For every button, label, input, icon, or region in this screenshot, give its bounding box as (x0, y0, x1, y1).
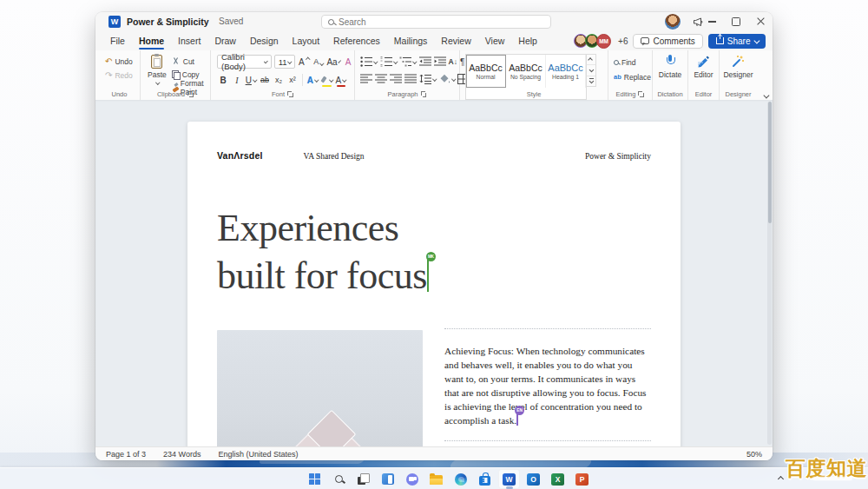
font-family-combo[interactable]: Calibri (Body) (217, 55, 272, 69)
dictate-button[interactable]: Dictate (659, 55, 681, 79)
cursor-badge-en: EN (515, 406, 524, 415)
chevron-down-icon (451, 77, 456, 82)
word-count[interactable]: 234 Words (163, 450, 201, 459)
italic-button[interactable]: I (231, 73, 243, 87)
edge-button[interactable] (450, 469, 471, 489)
redo-button[interactable]: ↷ Redo (105, 69, 140, 81)
align-left-button[interactable] (360, 74, 372, 84)
clear-formatting-button[interactable]: A (342, 55, 354, 69)
cut-button[interactable]: Cut (172, 56, 210, 67)
underline-button[interactable]: U (245, 73, 257, 87)
page-indicator[interactable]: Page 1 of 3 (106, 450, 146, 459)
maximize-button[interactable] (724, 12, 748, 31)
excel-taskbar-button[interactable]: X (547, 469, 569, 489)
tab-draw[interactable]: Draw (207, 31, 243, 50)
tab-mailings[interactable]: Mailings (387, 31, 435, 50)
tab-insert[interactable]: Insert (171, 31, 207, 50)
tab-layout[interactable]: Layout (286, 31, 327, 50)
minimize-button[interactable] (700, 12, 724, 31)
body-paragraph[interactable]: Achieving Focus: When technology communi… (444, 344, 651, 428)
align-center-button[interactable] (375, 74, 387, 84)
dialog-launcher-icon[interactable] (287, 91, 293, 97)
justify-button[interactable] (404, 74, 417, 84)
search-bar[interactable] (321, 15, 551, 29)
text-effects-button[interactable]: A (306, 73, 319, 87)
font-size-combo[interactable]: 11 (274, 55, 295, 69)
style-normal[interactable]: AaBbCc Normal (466, 55, 506, 88)
microsoft-store-button[interactable] (474, 469, 496, 489)
sort-button[interactable]: A↓ (449, 57, 457, 66)
tab-home[interactable]: Home (132, 31, 171, 50)
search-input[interactable] (339, 17, 512, 27)
shrink-font-button[interactable]: A (312, 55, 325, 69)
style-gallery-up-button[interactable] (587, 55, 595, 65)
line-spacing-button[interactable] (419, 74, 437, 84)
undo-button[interactable]: ↶ Undo (105, 56, 140, 67)
word-window: W Power & Simplicity Saved File Home Ins… (95, 12, 773, 460)
style-gallery-more-button[interactable] (587, 76, 595, 86)
change-case-button[interactable]: Aa (327, 55, 339, 69)
style-gallery-down-button[interactable] (587, 65, 595, 76)
teams-chat-button[interactable] (401, 469, 423, 489)
grow-font-button[interactable]: A (298, 55, 310, 69)
increase-indent-button[interactable] (434, 56, 446, 67)
word-taskbar-button[interactable]: W (498, 469, 520, 489)
widgets-button[interactable] (377, 469, 398, 489)
outlook-taskbar-button[interactable]: O (523, 469, 544, 489)
start-button[interactable] (304, 469, 326, 489)
share-button[interactable]: Share (708, 34, 766, 49)
superscript-button[interactable]: x² (286, 73, 299, 87)
subscript-button[interactable]: x₂ (273, 73, 285, 87)
strikethrough-button[interactable]: ab (259, 73, 271, 87)
collaborator-avatar-mm[interactable]: MM (596, 34, 611, 49)
highlight-button[interactable] (320, 73, 333, 87)
designer-button[interactable]: Designer (723, 55, 753, 79)
watermark-subtext (812, 477, 852, 480)
style-heading-1[interactable]: AaBbCc Heading 1 (546, 55, 586, 88)
taskbar-search-button[interactable] (328, 469, 350, 489)
taskbar: W O X P (0, 467, 868, 489)
tab-help[interactable]: Help (511, 31, 544, 50)
tab-references[interactable]: References (326, 31, 387, 50)
comments-button[interactable]: Comments (633, 34, 702, 49)
highlighter-icon (320, 76, 328, 84)
tab-design[interactable]: Design (243, 31, 286, 50)
dialog-launcher-icon[interactable] (638, 91, 644, 97)
powerpoint-taskbar-button[interactable]: P (571, 469, 593, 489)
vertical-scrollbar[interactable] (767, 102, 772, 445)
replace-button[interactable]: ab Replace (614, 71, 652, 83)
decrease-indent-button[interactable] (419, 56, 431, 67)
font-color-button[interactable]: A (335, 73, 347, 87)
document-heading[interactable]: Experiences built for focusMK (217, 204, 430, 300)
style-no-spacing[interactable]: AaBbCc No Spacing (506, 55, 546, 88)
align-right-button[interactable] (390, 74, 402, 84)
collaborator-overflow-count[interactable]: +6 (618, 36, 628, 46)
save-status[interactable]: Saved (219, 17, 243, 26)
bullet-list-button[interactable] (360, 56, 378, 67)
document-header: VanΛrsdel VA Shared Design Power & Simpl… (217, 150, 651, 161)
tab-review[interactable]: Review (434, 31, 477, 50)
bold-button[interactable]: B (217, 73, 229, 87)
editor-button[interactable]: Editor (694, 55, 713, 79)
dialog-launcher-icon[interactable] (187, 91, 194, 97)
close-button[interactable] (748, 12, 773, 31)
multilevel-list-button[interactable] (399, 56, 417, 67)
document-canvas[interactable]: VanΛrsdel VA Shared Design Power & Simpl… (95, 100, 773, 446)
tab-file[interactable]: File (103, 31, 132, 50)
file-explorer-button[interactable] (425, 469, 447, 489)
scrollbar-thumb[interactable] (768, 102, 772, 223)
dialog-launcher-icon[interactable] (421, 91, 427, 97)
collapse-ribbon-button[interactable] (763, 92, 768, 97)
document-image[interactable] (217, 330, 423, 446)
tab-view[interactable]: View (478, 31, 512, 50)
collaborator-avatars[interactable]: MM (574, 34, 611, 49)
document-page[interactable]: VanΛrsdel VA Shared Design Power & Simpl… (187, 122, 681, 446)
tray-chevron-up-icon[interactable] (778, 476, 784, 482)
numbered-list-button[interactable] (380, 56, 398, 67)
shading-button[interactable] (439, 74, 456, 84)
language-indicator[interactable]: English (United States) (218, 450, 298, 459)
find-button[interactable]: Find (614, 56, 652, 68)
zoom-level[interactable]: 50% (746, 450, 762, 459)
user-avatar[interactable] (665, 14, 681, 30)
task-view-button[interactable] (352, 469, 374, 489)
